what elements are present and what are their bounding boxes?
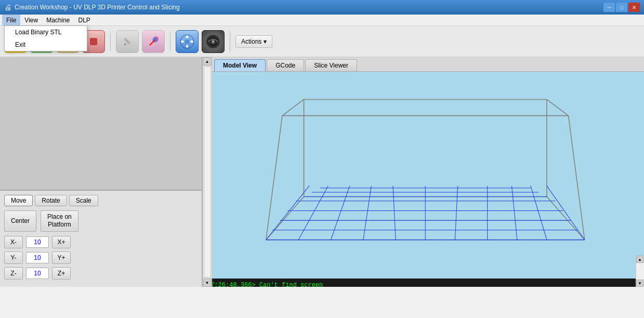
file-dropdown: Load Binary STL Exit [4,25,87,51]
3d-scene [212,72,644,279]
svg-rect-25 [212,72,644,277]
console-line-1: 17:26:48.366> Can't find screen [207,281,640,287]
console-scroll-up[interactable]: ▲ [636,256,643,263]
svg-marker-9 [124,43,126,45]
tab-rotate[interactable]: Rotate [35,195,67,206]
action-row: Center Place on Platform [4,210,198,232]
x-value-input[interactable] [26,236,49,248]
z-minus-button[interactable]: Z- [4,267,23,280]
toolbar-separator-1 [110,31,111,52]
z-plus-button[interactable]: Z+ [52,267,71,280]
menu-file[interactable]: File [2,15,20,25]
magic-button[interactable] [142,30,165,53]
menu-load-binary-stl[interactable]: Load Binary STL [5,26,87,38]
svg-point-21 [185,39,189,44]
y-plus-button[interactable]: Y+ [52,251,71,264]
console-scrollbar[interactable]: ▲ ▼ [636,256,644,287]
pencil-button[interactable] [116,30,139,53]
x-plus-button[interactable]: X+ [52,236,71,248]
y-minus-button[interactable]: Y- [4,251,23,264]
menu-view[interactable]: View [20,15,42,25]
tab-scale[interactable]: Scale [69,195,98,206]
scroll-down-arrow[interactable]: ▼ [203,279,212,287]
svg-rect-8 [124,37,130,44]
tab-move[interactable]: Move [4,195,33,206]
actions-arrow: ▾ [264,38,267,45]
tab-gcode[interactable]: GCode [267,59,304,71]
transform-panel: Move Rotate Scale Center Place on Platfo… [0,190,202,287]
main-layout: Move Rotate Scale Center Place on Platfo… [0,57,644,287]
titlebar: 🖨 Creation Workshop - UV DLP 3D Printer … [0,0,644,15]
window-controls: ─ □ ✕ [603,3,640,12]
menu-dlp[interactable]: DLP [74,15,95,25]
svg-marker-17 [186,35,189,37]
tab-slice-viewer[interactable]: Slice Viewer [305,59,357,71]
y-value-input[interactable] [26,252,49,263]
viewer-tabs: Model View GCode Slice Viewer [212,57,644,72]
model-list-area [0,57,202,190]
app-title: Creation Workshop - UV DLP 3D Printer Co… [15,4,603,11]
z-value-input[interactable] [26,268,49,279]
z-axis-row: Z- Z+ [4,267,198,280]
x-axis-row: X- X+ [4,236,198,248]
console-output: 17:26:48.366> Can't find screen 17:26:48… [203,279,644,287]
actions-label: Actions [241,38,261,45]
menu-machine[interactable]: Machine [42,15,74,25]
svg-marker-19 [181,40,183,43]
console-scroll-track [636,263,644,280]
menu-exit[interactable]: Exit [5,38,87,51]
scroll-up-arrow[interactable]: ▲ [203,57,212,65]
svg-point-24 [212,40,215,43]
maximize-button[interactable]: □ [616,3,627,12]
toolbar-separator-2 [170,31,170,52]
scroll-track[interactable] [204,67,211,277]
y-axis-row: Y- Y+ [4,251,198,264]
left-panel: Move Rotate Scale Center Place on Platfo… [0,57,203,287]
3d-viewport[interactable] [212,72,644,279]
minimize-button[interactable]: ─ [603,3,615,12]
actions-button[interactable]: Actions ▾ [235,35,272,48]
x-minus-button[interactable]: X- [4,236,23,248]
toolbar: Actions ▾ [0,26,644,57]
console-scroll-down[interactable]: ▼ [636,280,643,287]
toolbar-separator-3 [230,31,230,52]
viewer-content: Model View GCode Slice Viewer [212,57,644,279]
svg-rect-7 [90,38,97,45]
right-panel: ▲ ▼ Model View GCode Slice Viewer [203,57,644,287]
center-button[interactable]: Center [4,210,36,232]
display-button[interactable] [202,30,225,53]
place-on-platform-button[interactable]: Place on Platform [41,210,78,232]
app-icon: 🖨 [4,3,11,11]
close-button[interactable]: ✕ [628,3,640,12]
vertical-scrollbar[interactable]: ▲ ▼ [203,57,212,287]
svg-marker-20 [191,40,193,43]
menubar: File View Machine DLP [0,15,644,26]
move-view-button[interactable] [176,30,199,53]
transform-tabs: Move Rotate Scale [4,195,198,206]
svg-marker-18 [186,46,189,48]
tab-model-view[interactable]: Model View [214,59,266,71]
